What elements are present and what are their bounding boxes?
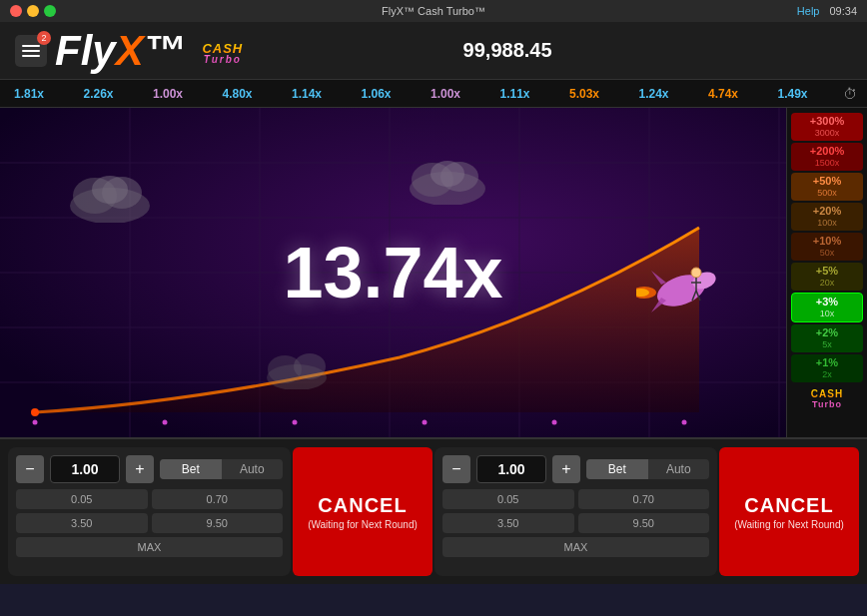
side-item-6: +5% 20x <box>791 263 863 291</box>
bet1-amount-input[interactable] <box>50 455 120 483</box>
side-item-5: +10% 50x <box>791 233 863 261</box>
multiplier-strip: 1.81x 2.26x 1.00x 4.80x 1.14x 1.06x 1.00… <box>0 80 867 108</box>
svg-point-14 <box>163 420 168 425</box>
bet2-amount-input[interactable] <box>476 455 546 483</box>
logo-turbo: Turbo <box>204 55 242 65</box>
bet1-auto-tab[interactable]: Auto <box>222 459 284 479</box>
title-bar: FlyX™ Cash Turbo™ Help 09:34 <box>0 0 867 22</box>
menu-button[interactable]: 2 <box>15 35 47 67</box>
bet1-quick-005[interactable]: 0.05 <box>16 489 148 509</box>
bet-row-2: − + Bet Auto <box>442 455 709 483</box>
bet2-quick-070[interactable]: 0.70 <box>578 489 710 509</box>
bet2-quick-005[interactable]: 0.05 <box>442 489 574 509</box>
svg-point-15 <box>293 420 298 425</box>
cloud-2 <box>400 153 494 209</box>
side-item-4: +20% 100x <box>791 203 863 231</box>
bottom-controls: − + Bet Auto 0.05 0.70 3.50 9.50 MAX CAN… <box>0 437 867 584</box>
logo: FlyX™ CASH Turbo <box>55 30 243 72</box>
mult-11: 4.74x <box>704 85 742 103</box>
maximize-button[interactable] <box>44 5 56 17</box>
bet2-tab-row: Bet Auto <box>586 459 709 479</box>
balance-display: 99,988.45 <box>463 39 552 62</box>
bet2-auto-tab[interactable]: Auto <box>648 459 710 479</box>
cloud-3 <box>260 347 335 393</box>
cancel1-sub: (Waiting for Next Round) <box>308 519 418 530</box>
window-controls <box>10 5 56 17</box>
mult-5: 1.14x <box>288 85 326 103</box>
bet-panel-2: − + Bet Auto 0.05 0.70 3.50 9.50 MAX <box>434 447 717 576</box>
bet1-tab-row: Bet Auto <box>160 459 283 479</box>
bet1-quick-070[interactable]: 0.70 <box>152 489 284 509</box>
bet1-plus-button[interactable]: + <box>126 455 154 483</box>
bet1-quick-bets: 0.05 0.70 3.50 9.50 MAX <box>16 489 283 557</box>
bet2-minus-button[interactable]: − <box>442 455 470 483</box>
mult-8: 1.11x <box>496 85 534 103</box>
bet1-bet-tab[interactable]: Bet <box>160 459 222 479</box>
logo-cash: CASH <box>202 42 243 55</box>
side-item-3: +50% 500x <box>791 173 863 201</box>
mult-3: 1.00x <box>149 85 187 103</box>
menu-bar3 <box>22 55 40 57</box>
svg-point-17 <box>552 420 557 425</box>
mult-4: 4.80x <box>219 85 257 103</box>
bet-row-1: − + Bet Auto <box>16 455 283 483</box>
rocket <box>636 263 726 322</box>
side-item-7-active: +3% 10x <box>791 293 863 322</box>
svg-point-29 <box>294 353 326 379</box>
bet1-quick-950[interactable]: 9.50 <box>152 513 284 533</box>
cloud-1 <box>60 168 160 227</box>
cancel1-label: CANCEL <box>318 494 407 517</box>
clock-time: 09:34 <box>829 5 857 17</box>
cash-turbo-logo: CASH Turbo <box>811 388 843 409</box>
header-left: 2 FlyX™ CASH Turbo <box>15 30 243 72</box>
side-item-2: +200% 1500x <box>791 143 863 171</box>
bet2-quick-350[interactable]: 3.50 <box>442 513 574 533</box>
close-button[interactable] <box>10 5 22 17</box>
svg-point-13 <box>33 420 38 425</box>
side-item-9: +1% 2x <box>791 354 863 382</box>
help-link[interactable]: Help <box>797 5 820 17</box>
bet1-quick-350[interactable]: 3.50 <box>16 513 148 533</box>
svg-point-18 <box>682 420 687 425</box>
side-item-8: +2% 5x <box>791 324 863 352</box>
game-wrapper: 13.74x <box>0 108 867 437</box>
logo-fly-text: Fly <box>55 27 116 74</box>
svg-point-34 <box>691 268 701 278</box>
bet2-quick-950[interactable]: 9.50 <box>578 513 710 533</box>
cancel2-label: CANCEL <box>744 494 833 517</box>
minimize-button[interactable] <box>27 5 39 17</box>
mult-2: 2.26x <box>80 85 118 103</box>
mult-7: 1.00x <box>427 85 464 103</box>
game-area: 13.74x <box>0 108 786 437</box>
cancel2-sub: (Waiting for Next Round) <box>734 519 844 530</box>
cancel-button-2[interactable]: CANCEL (Waiting for Next Round) <box>719 447 859 576</box>
clock-icon: ⏱ <box>843 86 857 102</box>
bet1-minus-button[interactable]: − <box>16 455 44 483</box>
cancel-button-1[interactable]: CANCEL (Waiting for Next Round) <box>293 447 433 576</box>
mult-10: 1.24x <box>635 85 673 103</box>
mult-9: 5.03x <box>565 85 603 103</box>
bet2-plus-button[interactable]: + <box>552 455 580 483</box>
header: 2 FlyX™ CASH Turbo 99,988.45 <box>0 22 867 80</box>
menu-bar2 <box>22 50 40 52</box>
mult-6: 1.06x <box>358 85 396 103</box>
bet2-bet-tab[interactable]: Bet <box>586 459 648 479</box>
bet-panel-1: − + Bet Auto 0.05 0.70 3.50 9.50 MAX <box>8 447 291 576</box>
logo-x-text: X <box>116 27 144 74</box>
svg-point-22 <box>92 176 128 204</box>
window-title: FlyX™ Cash Turbo™ <box>382 5 485 17</box>
svg-point-12 <box>31 408 39 416</box>
menu-bar1 <box>22 45 40 47</box>
svg-point-26 <box>431 161 464 187</box>
bet2-max-button[interactable]: MAX <box>442 537 709 557</box>
svg-marker-40 <box>651 271 666 285</box>
svg-point-16 <box>423 420 428 425</box>
mult-1: 1.81x <box>10 85 48 103</box>
title-bar-right: Help 09:34 <box>797 5 857 17</box>
bet2-quick-bets: 0.05 0.70 3.50 9.50 MAX <box>442 489 709 557</box>
menu-badge: 2 <box>37 31 51 45</box>
mult-12: 1.49x <box>774 85 812 103</box>
side-item-1: +300% 3000x <box>791 113 863 141</box>
bet1-max-button[interactable]: MAX <box>16 537 283 557</box>
side-panel: +300% 3000x +200% 1500x +50% 500x +20% 1… <box>786 108 867 437</box>
